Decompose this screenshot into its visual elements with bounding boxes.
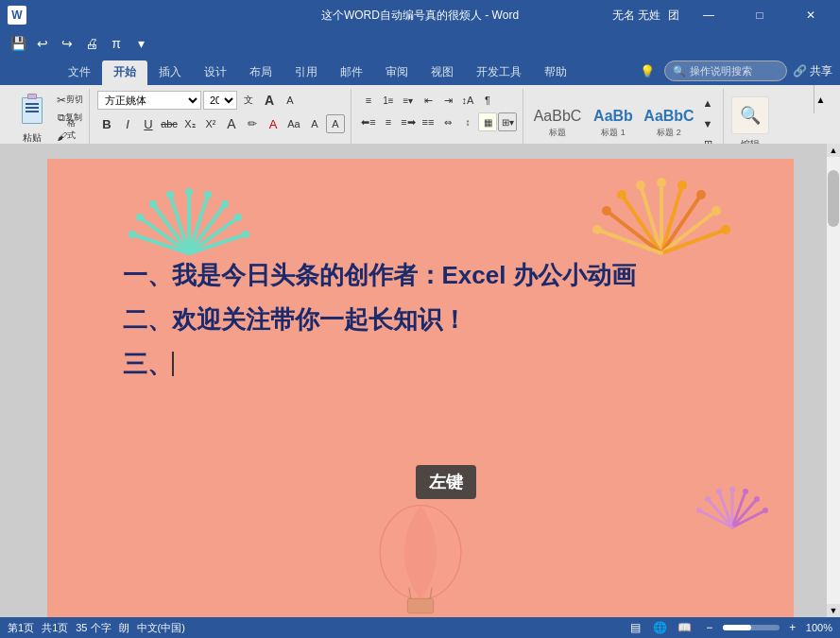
svg-point-49 <box>696 508 702 513</box>
svg-point-31 <box>617 190 626 199</box>
qa-dropdown-button[interactable]: ▾ <box>130 33 151 54</box>
view-print-button[interactable]: ▤ <box>626 620 645 635</box>
save-button[interactable]: 💾 <box>8 33 28 54</box>
cut-button[interactable]: ✂ 剪切 <box>57 92 83 109</box>
tab-home[interactable]: 开始 <box>102 60 147 85</box>
share-button[interactable]: 🔗 共享 <box>793 63 832 79</box>
tab-layout[interactable]: 布局 <box>238 60 283 85</box>
zoom-out-button[interactable]: − <box>700 620 719 635</box>
align-center-button[interactable]: ≡ <box>379 112 398 131</box>
help-bulb-icon[interactable]: 💡 <box>636 64 659 78</box>
char-shade-button[interactable]: A <box>305 114 324 133</box>
style-normal[interactable]: AaBbC 标题 <box>531 97 584 150</box>
zoom-in-button[interactable]: + <box>783 620 802 635</box>
search-box[interactable]: 🔍 操作说明搜索 <box>664 60 787 81</box>
team-icon: 团 <box>668 8 679 24</box>
bold-button[interactable]: B <box>97 114 116 133</box>
scroll-thumb[interactable] <box>828 170 839 227</box>
highlight-button[interactable]: A <box>222 114 241 133</box>
svg-line-4 <box>153 204 189 253</box>
line-2: 二、欢迎关注带你一起长知识！ <box>123 298 718 342</box>
svg-line-20 <box>641 185 661 253</box>
line-spacing-button[interactable]: ↕ <box>458 112 477 131</box>
numbered-list-button[interactable]: 1≡ <box>379 91 398 110</box>
font-shrink-button[interactable]: A <box>281 91 300 110</box>
font-family-select[interactable]: 方正姚体 <box>97 91 201 110</box>
correction-icon[interactable]: 朗 <box>119 621 129 635</box>
italic-button[interactable]: I <box>118 114 137 133</box>
format-painter-button[interactable]: 🖌 格式刷 <box>57 128 83 145</box>
pi-button[interactable]: π <box>106 33 127 54</box>
svg-line-26 <box>597 230 661 253</box>
tab-review[interactable]: 审阅 <box>374 60 420 85</box>
multilevel-list-button[interactable]: ≡▾ <box>399 91 418 110</box>
document-page[interactable]: 一、我是今日头条的创作者：Excel 办公小动画 二、欢迎关注带你一起长知识！ … <box>47 159 794 617</box>
zoom-slider[interactable] <box>723 625 780 630</box>
tab-insert[interactable]: 插入 <box>147 60 193 85</box>
restore-button[interactable]: □ <box>738 0 781 30</box>
svg-point-33 <box>602 206 611 216</box>
clear-format-button[interactable]: ✏ <box>243 114 262 133</box>
redo-button[interactable]: ↪ <box>57 33 77 54</box>
svg-line-41 <box>732 510 765 527</box>
bullet-list-button[interactable]: ≡ <box>359 91 378 110</box>
align-right-button[interactable]: ≡➡ <box>399 112 418 131</box>
decrease-indent-button[interactable]: ⇤ <box>419 91 437 110</box>
find-replace-button[interactable]: 🔍 <box>731 96 769 134</box>
tab-help[interactable]: 帮助 <box>533 60 578 85</box>
svg-line-37 <box>732 491 746 527</box>
cjk-distribute-button[interactable]: ⇔ <box>438 112 457 131</box>
svg-line-7 <box>189 234 246 253</box>
align-left-button[interactable]: ⬅≡ <box>359 112 378 131</box>
styles-scroll-up[interactable]: ▲ <box>698 94 717 112</box>
hot-air-balloon <box>364 499 477 617</box>
tab-design[interactable]: 设计 <box>193 60 238 85</box>
vertical-scrollbar[interactable]: ▲ ▼ <box>827 144 840 617</box>
scroll-up-button[interactable]: ▲ <box>827 144 840 157</box>
close-button[interactable]: ✕ <box>789 0 832 30</box>
style-heading1[interactable]: AaBb 标题 1 <box>587 97 640 150</box>
subscript-button[interactable]: X₂ <box>180 114 199 133</box>
wen-icon[interactable]: 文 <box>239 91 258 110</box>
justify-button[interactable]: ≡≡ <box>419 112 437 131</box>
word-count: 35 个字 <box>76 621 111 635</box>
show-marks-button[interactable]: ¶ <box>478 91 497 110</box>
svg-point-11 <box>166 191 174 198</box>
language-info[interactable]: 中文(中国) <box>137 621 185 635</box>
sort-button[interactable]: ↕A <box>458 91 477 110</box>
view-read-button[interactable]: 📖 <box>676 620 694 635</box>
tab-file[interactable]: 文件 <box>57 60 102 85</box>
font-grow-button[interactable]: A <box>260 91 279 110</box>
strikethrough-button[interactable]: abc <box>160 114 179 133</box>
svg-line-3 <box>189 204 225 253</box>
scroll-down-button[interactable]: ▼ <box>827 604 840 617</box>
undo-button[interactable]: ↩ <box>32 33 53 54</box>
superscript-button[interactable]: X² <box>201 114 220 133</box>
svg-point-44 <box>743 489 748 494</box>
search-placeholder: 操作说明搜索 <box>690 64 752 78</box>
border-button[interactable]: ⊞▾ <box>498 112 517 131</box>
shading-button[interactable]: ▦ <box>478 112 497 131</box>
tab-mailings[interactable]: 邮件 <box>329 60 374 85</box>
minimize-button[interactable]: — <box>687 0 730 30</box>
styles-scroll-down[interactable]: ▼ <box>698 114 717 133</box>
increase-indent-button[interactable]: ⇥ <box>438 91 457 110</box>
change-case-button[interactable]: Aa <box>284 114 303 133</box>
svg-line-25 <box>661 230 726 253</box>
document-text[interactable]: 一、我是今日头条的创作者：Excel 办公小动画 二、欢迎关注带你一起长知识！ … <box>123 253 718 386</box>
style-heading2[interactable]: AaBbC 标题 2 <box>643 97 695 150</box>
ribbon-collapse-button[interactable]: ▲ <box>814 85 827 113</box>
paste-button[interactable]: 粘贴 <box>9 91 55 146</box>
ribbon-tabs: 文件 开始 插入 设计 布局 引用 邮件 审阅 视图 开发工具 帮助 💡 🔍 操… <box>0 57 840 85</box>
svg-point-15 <box>136 214 144 221</box>
view-web-button[interactable]: 🌐 <box>651 620 670 635</box>
font-color-button[interactable]: A <box>264 114 283 133</box>
border-char-button[interactable]: A <box>326 114 345 133</box>
font-size-select[interactable]: 20 <box>203 91 237 110</box>
tab-references[interactable]: 引用 <box>283 60 329 85</box>
tab-developer[interactable]: 开发工具 <box>465 60 533 85</box>
line-1: 一、我是今日头条的创作者：Excel 办公小动画 <box>123 253 718 298</box>
underline-button[interactable]: U <box>139 114 158 133</box>
print-preview-button[interactable]: 🖨 <box>81 33 102 54</box>
tab-view[interactable]: 视图 <box>420 60 465 85</box>
